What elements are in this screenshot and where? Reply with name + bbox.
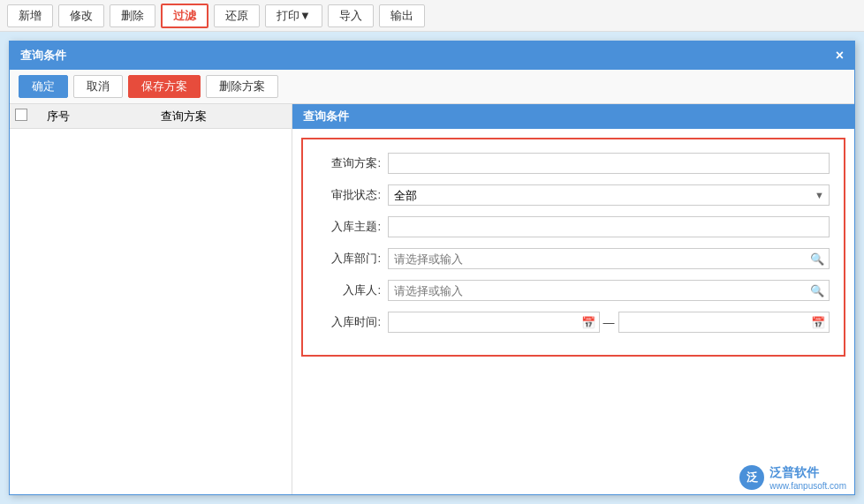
input-query-plan[interactable] <box>388 153 830 174</box>
calendar-from-icon[interactable]: 📅 <box>581 316 595 329</box>
label-approval-status: 审批状态: <box>317 187 388 203</box>
form-row-approval-status: 审批状态: 全部 已审批 未审批 审批中 ▼ <box>317 184 830 207</box>
toolbar-btn-print[interactable]: 打印▼ <box>265 4 322 27</box>
toolbar-btn-new[interactable]: 新增 <box>7 4 53 27</box>
query-form: 查询方案: 审批状态: 全部 已审批 未审批 审批中 <box>301 138 845 357</box>
toolbar-btn-export[interactable]: 输出 <box>379 4 425 27</box>
logo-icon-text: 泛 <box>747 470 758 485</box>
header-checkbox[interactable] <box>15 109 27 121</box>
label-storage-time: 入库时间: <box>317 314 388 330</box>
left-panel: 序号 查询方案 <box>10 104 292 494</box>
toolbar-btn-restore[interactable]: 还原 <box>214 4 260 27</box>
date-from-input[interactable] <box>388 312 600 333</box>
date-range-wrapper: 📅 — 📅 <box>388 312 830 333</box>
input-storage-person[interactable] <box>388 280 830 301</box>
search-wrapper-storage-person: 🔍 <box>388 280 830 301</box>
input-storage-dept[interactable] <box>388 248 830 269</box>
select-wrapper-approval: 全部 已审批 未审批 审批中 ▼ <box>388 184 830 206</box>
modal-title: 查询条件 <box>20 48 66 64</box>
search-icon-dept[interactable]: 🔍 <box>810 252 824 266</box>
modal-close-button[interactable]: × <box>836 48 844 64</box>
right-panel: 查询条件 查询方案: 审批状态: 全部 已审批 <box>292 104 854 494</box>
logo-icon: 泛 <box>739 465 764 490</box>
input-storage-subject[interactable] <box>388 216 830 237</box>
toolbar: 新增修改删除过滤还原打印▼导入输出 <box>0 0 864 32</box>
table-header: 序号 查询方案 <box>10 104 292 129</box>
action-btn-cancel[interactable]: 取消 <box>73 75 123 98</box>
form-row-storage-person: 入库人: 🔍 <box>317 279 830 302</box>
modal-actions: 确定取消保存方案删除方案 <box>10 70 854 104</box>
col-num-header: 序号 <box>36 109 80 124</box>
search-wrapper-storage-dept: 🔍 <box>388 248 830 269</box>
label-query-plan: 查询方案: <box>317 155 388 171</box>
date-from-wrapper: 📅 <box>388 312 600 333</box>
toolbar-btn-import[interactable]: 导入 <box>328 4 374 27</box>
main-area: 查询条件 × 确定取消保存方案删除方案 序号 查询方案 <box>0 32 864 504</box>
logo-area: 泛 泛普软件 www.fanpusoft.com <box>739 464 846 492</box>
select-approval-status[interactable]: 全部 已审批 未审批 审批中 <box>388 184 830 206</box>
label-storage-subject: 入库主题: <box>317 219 388 235</box>
date-separator: — <box>603 316 615 329</box>
action-btn-delete_plan[interactable]: 删除方案 <box>206 75 278 98</box>
modal-body: 序号 查询方案 查询条件 查询方案: <box>10 104 854 494</box>
date-to-input[interactable] <box>618 312 830 333</box>
form-row-storage-subject: 入库主题: <box>317 215 830 238</box>
right-panel-header: 查询条件 <box>292 104 854 129</box>
form-row-storage-dept: 入库部门: 🔍 <box>317 247 830 270</box>
form-row-storage-time: 入库时间: 📅 — 📅 <box>317 311 830 334</box>
logo-text-area: 泛普软件 www.fanpusoft.com <box>769 464 846 492</box>
toolbar-btn-delete[interactable]: 删除 <box>110 4 155 27</box>
modal: 查询条件 × 确定取消保存方案删除方案 序号 查询方案 <box>9 41 855 495</box>
logo-name: 泛普软件 <box>769 464 846 480</box>
form-row-query-plan: 查询方案: <box>317 152 830 175</box>
search-icon-person[interactable]: 🔍 <box>810 284 824 297</box>
logo-url: www.fanpusoft.com <box>769 480 846 492</box>
table-rows <box>10 129 292 494</box>
date-to-wrapper: 📅 <box>618 312 830 333</box>
label-storage-person: 入库人: <box>317 282 388 298</box>
toolbar-btn-filter[interactable]: 过滤 <box>161 4 208 28</box>
calendar-to-icon[interactable]: 📅 <box>811 316 825 329</box>
col-name-header: 查询方案 <box>80 109 286 124</box>
label-storage-dept: 入库部门: <box>317 251 388 267</box>
action-btn-save_plan[interactable]: 保存方案 <box>128 75 201 98</box>
modal-header: 查询条件 × <box>10 41 854 70</box>
action-btn-confirm[interactable]: 确定 <box>19 75 68 98</box>
toolbar-btn-edit[interactable]: 修改 <box>58 4 104 27</box>
right-panel-title: 查询条件 <box>303 109 349 124</box>
